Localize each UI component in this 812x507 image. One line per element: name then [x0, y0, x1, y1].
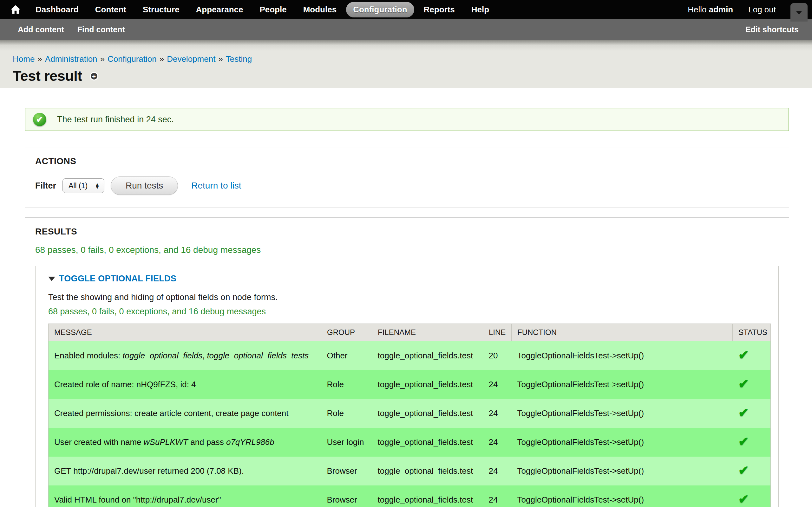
function-cell: ToggleOptionalFieldsTest->setUp()	[512, 341, 733, 371]
toolbar-menu: DashboardContentStructureAppearancePeopl…	[29, 2, 496, 17]
filename-cell: toggle_optional_fields.test	[372, 370, 483, 399]
breadcrumb-link-home[interactable]: Home	[13, 54, 35, 64]
function-cell: ToggleOptionalFieldsTest->setUp()	[512, 428, 733, 457]
shortcut-find-content[interactable]: Find content	[73, 22, 130, 37]
message-text: Valid HTML found on "http://drupal7.dev/…	[54, 495, 221, 504]
message-text: and pass	[188, 437, 226, 447]
message-italic-text: o7qYRL986b	[226, 437, 274, 447]
toolbar-item-help[interactable]: Help	[464, 2, 496, 17]
group-cell: Browser	[321, 486, 372, 507]
shortcut-links: Add contentFind content	[13, 22, 130, 37]
toolbar-item-dashboard[interactable]: Dashboard	[29, 2, 86, 17]
results-panel: RESULTS 68 passes, 0 fails, 0 exceptions…	[25, 217, 789, 507]
group-cell: Role	[321, 370, 372, 399]
line-cell: 24	[483, 370, 512, 399]
result-row: Enabled modules: toggle_optional_fields,…	[49, 341, 771, 371]
results-table-head: MESSAGEGROUPFILENAMELINEFUNCTIONSTATUS	[49, 324, 771, 341]
chevron-down-icon	[796, 11, 802, 14]
breadcrumb-link-testing[interactable]: Testing	[226, 54, 252, 64]
username: admin	[709, 5, 733, 14]
group-cell: Browser	[321, 457, 372, 486]
status-message-text: The test run finished in 24 sec.	[57, 115, 174, 124]
hello-user-label: Hello admin	[688, 5, 733, 14]
message-text: ,	[202, 351, 207, 360]
page-header: Home»Administration»Configuration»Develo…	[0, 40, 812, 88]
status-cell: ✔	[733, 486, 771, 507]
edit-shortcuts-link[interactable]: Edit shortcuts	[745, 25, 799, 34]
fieldset-summary: 68 passes, 0 fails, 0 exceptions, and 16…	[48, 307, 766, 317]
filter-select[interactable]: All (1) ▲▼	[62, 178, 104, 193]
admin-toolbar: DashboardContentStructureAppearancePeopl…	[0, 0, 812, 19]
function-cell: ToggleOptionalFieldsTest->setUp()	[512, 370, 733, 399]
status-cell: ✔	[733, 341, 771, 371]
group-cell: Other	[321, 341, 372, 371]
select-stepper-icon: ▲▼	[95, 183, 100, 189]
pass-check-icon: ✔	[739, 377, 749, 391]
filter-label: Filter	[35, 181, 56, 191]
toolbar-item-structure[interactable]: Structure	[136, 2, 187, 17]
message-cell: Valid HTML found on "http://drupal7.dev/…	[49, 486, 321, 507]
message-text: User created with name	[54, 437, 144, 447]
status-cell: ✔	[733, 399, 771, 428]
status-message: ✔ The test run finished in 24 sec.	[25, 108, 789, 131]
toolbar-account-area: Hello admin Log out	[688, 5, 804, 14]
filename-cell: toggle_optional_fields.test	[372, 486, 483, 507]
message-text: Created role of name: nHQ9fFZS, id: 4	[54, 380, 196, 389]
breadcrumb-link-configuration[interactable]: Configuration	[107, 54, 157, 64]
home-icon[interactable]	[11, 5, 20, 14]
message-cell: Created permissions: create article cont…	[49, 399, 321, 428]
toolbar-item-people[interactable]: People	[252, 2, 293, 17]
line-cell: 24	[483, 486, 512, 507]
pass-check-icon: ✔	[739, 492, 749, 506]
column-header-filename: FILENAME	[372, 324, 483, 341]
pass-check-icon: ✔	[739, 435, 749, 448]
toolbar-item-appearance[interactable]: Appearance	[189, 2, 250, 17]
column-header-message: MESSAGE	[49, 324, 321, 341]
function-cell: ToggleOptionalFieldsTest->setUp()	[512, 399, 733, 428]
result-row: Created permissions: create article cont…	[49, 399, 771, 428]
toolbar-item-content[interactable]: Content	[88, 2, 133, 17]
toolbar-drawer-toggle-button[interactable]	[791, 3, 808, 21]
fieldset-legend-link[interactable]: TOGGLE OPTIONAL FIELDS	[59, 274, 176, 284]
group-cell: User login	[321, 428, 372, 457]
breadcrumb: Home»Administration»Configuration»Develo…	[13, 54, 812, 64]
filename-cell: toggle_optional_fields.test	[372, 399, 483, 428]
message-cell: Created role of name: nHQ9fFZS, id: 4	[49, 370, 321, 399]
line-cell: 20	[483, 341, 512, 371]
message-cell: Enabled modules: toggle_optional_fields,…	[49, 341, 321, 371]
breadcrumb-separator: »	[97, 54, 107, 64]
column-header-group: GROUP	[321, 324, 372, 341]
result-row: Created role of name: nHQ9fFZS, id: 4Rol…	[49, 370, 771, 399]
breadcrumb-link-development[interactable]: Development	[167, 54, 215, 64]
status-cell: ✔	[733, 370, 771, 399]
function-cell: ToggleOptionalFieldsTest->setUp()	[512, 486, 733, 507]
filename-cell: toggle_optional_fields.test	[372, 341, 483, 371]
shortcut-add-content[interactable]: Add content	[13, 22, 68, 37]
logout-link[interactable]: Log out	[748, 5, 776, 14]
toolbar-item-configuration[interactable]: Configuration	[346, 2, 414, 17]
result-row: User created with name wSuPLKWT and pass…	[49, 428, 771, 457]
result-row: Valid HTML found on "http://drupal7.dev/…	[49, 486, 771, 507]
toolbar-item-reports[interactable]: Reports	[417, 2, 462, 17]
message-italic-text: wSuPLKWT	[144, 437, 188, 447]
test-fieldset: TOGGLE OPTIONAL FIELDS Test the showing …	[35, 266, 779, 507]
results-table-body: Enabled modules: toggle_optional_fields,…	[49, 341, 771, 507]
breadcrumb-link-administration[interactable]: Administration	[45, 54, 97, 64]
line-cell: 24	[483, 457, 512, 486]
shortcut-bar: Add contentFind content Edit shortcuts	[0, 19, 812, 40]
actions-heading: ACTIONS	[35, 156, 779, 166]
toolbar-item-modules[interactable]: Modules	[296, 2, 344, 17]
function-cell: ToggleOptionalFieldsTest->setUp()	[512, 457, 733, 486]
results-heading: RESULTS	[35, 227, 779, 237]
result-row: GET http://drupal7.dev/user returned 200…	[49, 457, 771, 486]
message-italic-text: toggle_optional_fields_tests	[207, 351, 309, 360]
group-cell: Role	[321, 399, 372, 428]
success-check-icon: ✔	[33, 113, 46, 126]
run-tests-button[interactable]: Run tests	[111, 176, 178, 195]
results-summary: 68 passes, 0 fails, 0 exceptions, and 16…	[35, 245, 779, 255]
pass-check-icon: ✔	[739, 463, 749, 477]
return-to-list-link[interactable]: Return to list	[191, 181, 241, 191]
status-cell: ✔	[733, 428, 771, 457]
add-shortcut-icon[interactable]: +	[90, 72, 98, 80]
pass-check-icon: ✔	[739, 406, 749, 419]
